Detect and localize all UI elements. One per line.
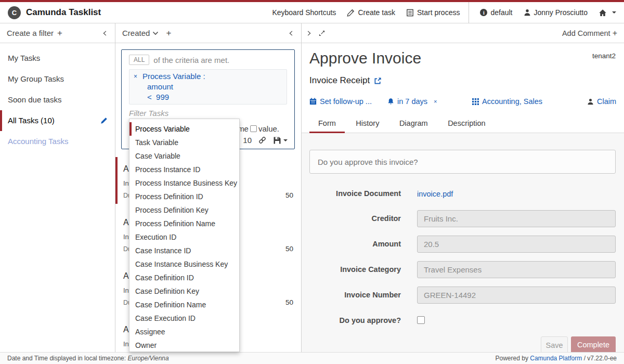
start-process-button[interactable]: Start process <box>406 8 460 17</box>
info-icon: i <box>480 9 487 16</box>
dropdown-item[interactable]: Case Instance ID <box>129 244 239 257</box>
keyboard-shortcuts-link[interactable]: Keyboard Shortcuts <box>272 8 336 17</box>
due-date-action[interactable]: in 7 days × <box>387 97 437 106</box>
brand[interactable]: C Camunda Tasklist <box>8 6 101 19</box>
approve-question-input[interactable] <box>309 150 616 174</box>
invoice-category-input[interactable] <box>417 261 616 278</box>
task-actions-row: Set follow-up ... in 7 days × Accounting… <box>302 97 624 108</box>
task-list-header: Created + <box>115 23 301 43</box>
tab-form[interactable]: Form <box>309 115 345 133</box>
create-task-label: Create task <box>358 8 395 17</box>
menu-divider <box>469 2 469 23</box>
criterion-type[interactable]: Process Variable <box>142 72 201 81</box>
remove-criterion-icon[interactable]: × <box>134 73 137 80</box>
set-followup-action[interactable]: Set follow-up ... <box>309 97 372 106</box>
expand-right-icon[interactable] <box>306 30 312 37</box>
add-sort-button[interactable]: + <box>166 28 171 38</box>
user-icon <box>524 9 531 16</box>
dropdown-item[interactable]: Owner <box>129 339 239 352</box>
dropdown-item[interactable]: Task Variable <box>129 136 239 149</box>
approve-checkbox[interactable] <box>417 316 425 324</box>
powered-by: Powered by Camunda Platform / v7.22.0-ee <box>496 355 617 362</box>
tab-history[interactable]: History <box>347 115 388 133</box>
create-task-button[interactable]: Create task <box>347 8 395 17</box>
task-form: Invoice Document invoice.pdf Creditor Am… <box>302 133 624 352</box>
dropdown-item[interactable]: Case Instance Business Key <box>129 257 239 271</box>
complete-button[interactable]: Complete <box>571 336 616 352</box>
groups-grid-icon <box>472 98 479 105</box>
dropdown-item[interactable]: Case Definition Key <box>129 284 239 298</box>
tab-description[interactable]: Description <box>439 115 495 133</box>
filter-list: My Tasks My Group Tasks Soon due tasks A… <box>0 43 115 152</box>
filter-my-group-tasks[interactable]: My Group Tasks <box>0 69 115 89</box>
add-filter-button[interactable]: + <box>57 28 62 38</box>
remove-due-icon[interactable]: × <box>434 98 437 105</box>
due-date-label: in 7 days <box>397 97 427 106</box>
task-detail-panel: Add Comment + Approve Invoice tenant2 In… <box>302 23 624 352</box>
dropdown-item[interactable]: Case Variable <box>129 149 239 163</box>
create-task-pencil-icon <box>347 9 355 17</box>
form-label: Amount <box>302 240 401 248</box>
form-label: Invoice Number <box>302 291 401 299</box>
home-icon <box>599 9 607 17</box>
task-list-panel: Created + Approve Invoice Invoice Receip… <box>115 23 302 352</box>
external-link-icon <box>374 77 382 85</box>
groups-label: Accounting, Sales <box>482 97 542 106</box>
amount-input[interactable] <box>417 236 616 253</box>
sort-caret-down-icon[interactable] <box>152 31 159 35</box>
criterion-name[interactable]: amount <box>134 82 282 92</box>
invoice-pdf-link[interactable]: invoice.pdf <box>417 190 453 198</box>
creditor-input[interactable] <box>417 210 616 227</box>
collapse-middle-icon[interactable] <box>288 30 294 37</box>
dropdown-item[interactable]: Process Definition Name <box>129 217 239 230</box>
filter-tasks-placeholder[interactable]: Filter Tasks <box>129 109 287 118</box>
filter-all-tasks[interactable]: All Tasks (10) <box>0 110 115 131</box>
tenant-badge: tenant2 <box>592 52 616 60</box>
dropdown-item[interactable]: Process Instance ID <box>129 163 239 176</box>
invoice-number-input[interactable] <box>417 287 616 304</box>
home-menu[interactable] <box>599 9 616 17</box>
dropdown-item[interactable]: Execution ID <box>129 230 239 244</box>
dropdown-item[interactable]: Case Definition ID <box>129 271 239 284</box>
fullscreen-icon[interactable] <box>318 30 326 37</box>
task-priority: 50 <box>285 191 293 200</box>
create-filter-label: Create a filter <box>7 29 54 37</box>
process-link[interactable]: Invoice Receipt <box>309 75 382 86</box>
tab-diagram[interactable]: Diagram <box>391 115 437 133</box>
dropdown-item[interactable]: Process Definition Key <box>129 203 239 217</box>
criterion-operator-value[interactable]: < 999 <box>134 92 282 102</box>
claim-button[interactable]: Claim <box>587 97 616 106</box>
dropdown-item[interactable]: Process Variable <box>129 122 239 136</box>
user-menu[interactable]: Jonny Prosciutto <box>524 8 588 17</box>
dropdown-item[interactable]: Assignee <box>129 325 239 339</box>
camunda-platform-link[interactable]: Camunda Platform <box>530 355 582 362</box>
task-priority: 50 <box>285 245 293 253</box>
bell-icon <box>387 98 394 105</box>
dropdown-item[interactable]: Case Definition Name <box>129 298 239 311</box>
add-comment-button[interactable]: Add Comment + <box>562 29 617 38</box>
save-button[interactable]: Save <box>541 336 568 352</box>
filter-my-tasks[interactable]: My Tasks <box>0 48 115 69</box>
user-name-label: Jonny Prosciutto <box>534 8 588 17</box>
camunda-logo-icon: C <box>8 6 21 19</box>
filter-accounting-tasks[interactable]: Accounting Tasks <box>0 131 115 152</box>
edit-filter-pencil-icon[interactable] <box>100 117 108 124</box>
filter-soon-due-tasks[interactable]: Soon due tasks <box>0 89 115 110</box>
copy-link-icon[interactable] <box>258 136 266 144</box>
dropdown-item[interactable]: Case Execution ID <box>129 311 239 325</box>
set-followup-label: Set follow-up ... <box>320 97 372 106</box>
claim-label: Claim <box>597 97 616 106</box>
collapse-left-icon[interactable] <box>102 30 108 37</box>
groups-action[interactable]: Accounting, Sales <box>472 97 542 106</box>
caret-down-icon <box>612 11 616 14</box>
sort-by-label[interactable]: Created <box>122 29 150 37</box>
page-size-value[interactable]: 10 <box>243 136 252 145</box>
engine-select[interactable]: i default <box>480 8 512 17</box>
dropdown-item[interactable]: Process Instance Business Key <box>129 176 239 190</box>
form-label: Do you approve? <box>302 316 401 324</box>
hint-checkbox[interactable] <box>250 125 257 132</box>
search-criterion-chip[interactable]: ×Process Variable : amount < 999 <box>129 69 287 105</box>
save-filter-icon[interactable] <box>273 136 288 145</box>
dropdown-item[interactable]: Process Definition ID <box>129 190 239 203</box>
match-all-badge[interactable]: ALL <box>129 55 149 65</box>
